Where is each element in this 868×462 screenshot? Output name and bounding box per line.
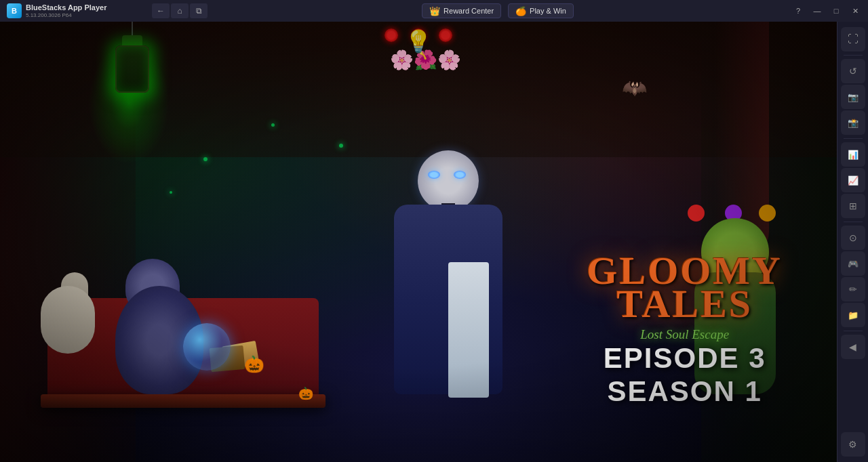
bar-chart-icon: 📈 <box>848 175 859 186</box>
gamepad-button[interactable]: 🎮 <box>841 251 865 276</box>
app-logo: B <box>7 3 22 18</box>
hat-bell-red <box>688 205 705 222</box>
rotate-button[interactable]: ↺ <box>841 59 865 83</box>
back-button[interactable]: ← <box>152 3 170 18</box>
bar-chart-button[interactable]: 📈 <box>841 168 865 192</box>
glow-particle-1 <box>203 157 208 161</box>
gamepad-icon: 🎮 <box>848 259 859 269</box>
screenshot-icon: 📷 <box>848 92 859 102</box>
deco-eye-left <box>384 28 398 42</box>
close-button[interactable]: ✕ <box>846 3 864 18</box>
game-viewport[interactable]: 🌸🌺🌸 🦇 💡 <box>0 22 837 462</box>
arrow-left-button[interactable]: ◀ <box>841 335 865 359</box>
character-head <box>418 150 479 211</box>
sidebar-divider-2 <box>844 138 863 139</box>
app-title-text: BlueStacks App Player 5.13.200.3026 P64 <box>26 3 106 19</box>
sidebar-divider-1 <box>844 55 863 56</box>
play-win-label: Play & Win <box>530 7 566 15</box>
screenshot-button[interactable]: 📷 <box>841 85 865 109</box>
deco-eye-right <box>439 28 452 42</box>
horse-figure <box>41 259 108 381</box>
maximize-button[interactable]: □ <box>827 3 845 18</box>
rotate-icon: ↺ <box>849 66 857 77</box>
lantern <box>112 35 153 103</box>
character-eyes <box>428 171 466 179</box>
settings-icon: ⚙ <box>848 439 857 450</box>
game-scene: 🌸🌺🌸 🦇 💡 <box>0 22 837 462</box>
glow-particle-2 <box>271 123 275 127</box>
chandelier: 💡 <box>405 28 432 54</box>
main-character <box>374 150 523 421</box>
hat-bell-orange <box>759 205 776 222</box>
pumpkin-2: 🎃 <box>298 386 313 401</box>
arrow-left-icon: ◀ <box>849 341 856 352</box>
fullscreen-toggle-button[interactable]: ⛶ <box>841 27 865 51</box>
titlebar-left: B BlueStacks App Player 5.13.200.3026 P6… <box>0 3 149 19</box>
windows-button[interactable]: ⧉ <box>190 3 208 18</box>
game-season: SEASON 1 <box>587 375 783 408</box>
char-eye-right <box>454 171 466 179</box>
play-win-button[interactable]: 🍊 Play & Win <box>508 3 574 18</box>
reward-icon: 👑 <box>429 6 440 16</box>
pumpkin-1: 🎃 <box>244 355 264 374</box>
folder-icon: 📁 <box>848 310 859 320</box>
game-subtitle: Lost Soul Escape <box>587 327 783 342</box>
char-eye-left <box>428 171 440 179</box>
game-logo-overlay: GLOOMY TALES Lost Soul Escape EPISODE 3 … <box>587 254 783 408</box>
reward-center-label: Reward Center <box>443 7 494 15</box>
game-episode: EPISODE 3 <box>587 342 783 375</box>
stats-icon: 📊 <box>848 150 859 160</box>
lantern-chain <box>132 22 133 35</box>
character-suit <box>394 205 502 394</box>
home-button[interactable]: ⌂ <box>171 3 189 18</box>
macro-icon: ⊙ <box>849 232 857 243</box>
app-name: BlueStacks App Player <box>26 3 106 12</box>
minimize-button[interactable]: — <box>808 3 826 18</box>
fullscreen-icon: ⛶ <box>848 33 859 45</box>
layers-icon: ⊞ <box>849 201 857 211</box>
titlebar-center: 👑 Reward Center 🍊 Play & Win <box>210 3 785 18</box>
bat-decoration: 🦇 <box>622 76 647 100</box>
table-surface <box>41 394 326 408</box>
app-version: 5.13.200.3026 P64 <box>26 12 106 19</box>
stats-button[interactable]: 📊 <box>841 142 865 167</box>
titlebar-nav: ← ⌂ ⧉ <box>149 3 210 18</box>
horse-body <box>41 286 95 354</box>
right-sidebar: ⛶ ↺ 📷 📸 📊 📈 ⊞ ⊙ 🎮 ✏ <box>837 22 868 462</box>
sidebar-divider-4 <box>844 331 863 331</box>
reward-center-button[interactable]: 👑 Reward Center <box>422 3 501 18</box>
settings-button[interactable]: ⚙ <box>841 432 865 457</box>
brush-button[interactable]: ✏ <box>841 277 865 301</box>
main-content: 🌸🌺🌸 🦇 💡 <box>0 22 868 462</box>
crystal-ball <box>183 323 231 371</box>
camera2-icon: 📸 <box>848 118 859 128</box>
titlebar: B BlueStacks App Player 5.13.200.3026 P6… <box>0 0 868 22</box>
playwin-icon: 🍊 <box>515 6 526 16</box>
layers-button[interactable]: ⊞ <box>841 194 865 218</box>
camera2-button[interactable]: 📸 <box>841 110 865 135</box>
glow-particle-3 <box>170 191 172 194</box>
help-button[interactable]: ? <box>789 3 807 18</box>
macro-button[interactable]: ⊙ <box>841 226 865 250</box>
folder-button[interactable]: 📁 <box>841 303 865 327</box>
brush-icon: ✏ <box>849 284 857 295</box>
glow-particle-4 <box>339 144 343 148</box>
character-shirt <box>448 262 489 398</box>
lantern-body <box>115 45 149 93</box>
lantern-top <box>122 35 142 45</box>
titlebar-right: ? — □ ✕ <box>785 3 868 18</box>
sidebar-divider-3 <box>844 222 863 222</box>
